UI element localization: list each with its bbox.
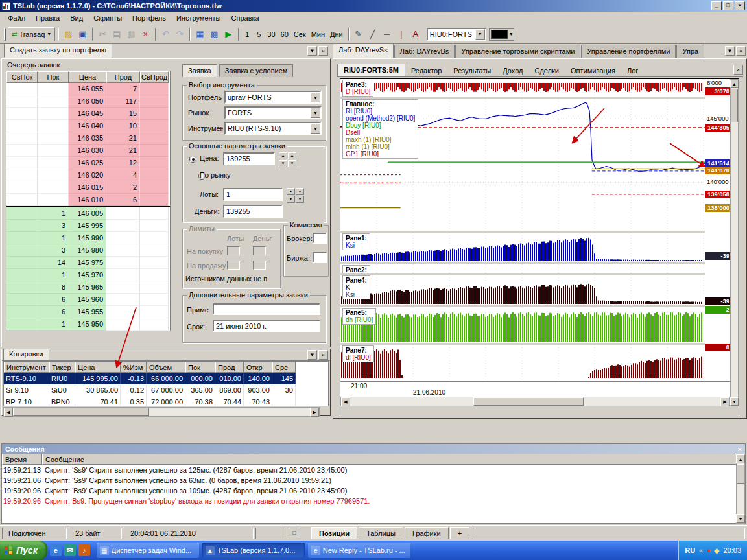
money-input[interactable] [223, 205, 283, 218]
tab-conditional-order[interactable]: Заявка с условием [219, 64, 294, 77]
tab-order[interactable]: Заявка [182, 64, 217, 77]
queue-ask-row[interactable]: 146 04010 [6, 120, 170, 132]
status-tab[interactable]: + [450, 527, 469, 539]
menu-item[interactable]: Портфель [127, 13, 171, 23]
menu-item[interactable]: Файл [3, 13, 30, 23]
panel-menu-icon[interactable]: ▼ [307, 46, 317, 56]
chart-pane-pane1[interactable]: Pane1:Ksi [340, 233, 705, 264]
price-radio[interactable] [189, 156, 196, 163]
queue-ask-row[interactable]: 146 050117 [6, 95, 170, 108]
hline-icon[interactable]: ─ [380, 27, 394, 41]
price-input[interactable] [223, 152, 275, 165]
quotes-row[interactable]: RTS-9.10RIU0145 995.00-0.1366 000.00000.… [4, 373, 328, 384]
queue-bid-row[interactable]: 1145 950 [6, 318, 170, 331]
unit-button[interactable]: Сек [291, 28, 309, 41]
comment-input[interactable] [213, 303, 320, 315]
panel-close-icon[interactable]: × [318, 46, 328, 56]
quotes-column-header[interactable]: Цена [75, 362, 121, 373]
spin-up-icon[interactable]: ▲ [287, 188, 295, 195]
message-row[interactable]: 19:59:21.06Скрипт: 'Ss9' Скрипт выполнен… [2, 475, 745, 485]
queue-bid-row[interactable]: 14145 975 [6, 257, 170, 269]
instrument-combo[interactable]: RIU0:FORTS ▼ [427, 28, 486, 41]
save-icon[interactable]: ▣ [75, 27, 89, 41]
queue-column-header[interactable]: СвПок [6, 71, 38, 83]
quotes-row[interactable]: Si-9.10SiU030 865.00-0.1267 000.00365.00… [4, 384, 328, 396]
messages-vscrollbar[interactable]: ▲ ▼ [736, 454, 745, 524]
status-tab[interactable]: Графики [405, 527, 449, 539]
chart-pane-main[interactable]: Главное:RI [RIU0]opend (Method2) [RIU0]D… [340, 99, 705, 233]
lots-spinner[interactable]: ▲▲▼▼ [287, 188, 304, 203]
quotes-column-header[interactable]: Сре [272, 362, 296, 373]
market-combo[interactable]: FORTS▼ [224, 106, 322, 119]
status-tab[interactable]: Позиции [311, 527, 357, 539]
menu-item[interactable]: Правка [30, 13, 65, 23]
spin-down-icon[interactable]: ▼ [288, 160, 296, 167]
chart-tab[interactable]: Лог [621, 65, 644, 76]
portfolio-combo[interactable]: uprav FORTS▼ [224, 91, 322, 104]
messages-close-icon[interactable]: × [738, 445, 742, 453]
chart-pane-pane7[interactable]: Pane7:dl [RIU0] [340, 345, 705, 381]
scroll-left-icon[interactable]: ◀ [4, 408, 13, 417]
quotes-row[interactable]: BP-7.10BPN070.41-0.3572 000.0070.3870.44… [4, 396, 328, 406]
queue-bid-row[interactable]: 3145 995 [6, 220, 170, 232]
taskbar-task-button[interactable]: eNew Reply - TSLab.ru - ... [308, 542, 410, 558]
queue-ask-row[interactable]: 146 0204 [6, 169, 170, 181]
price-spinner[interactable]: ▲▲▼▼ [279, 152, 296, 167]
scroll-right-icon[interactable]: ▶ [720, 397, 729, 406]
message-row[interactable]: 19:59:20.96Скрипт: 'Bs9' Скрипт выполнен… [2, 485, 745, 496]
quotes-column-header[interactable]: Тикер [49, 362, 75, 373]
quotes-column-header[interactable]: Объем [147, 362, 185, 373]
redo-icon[interactable]: ↷ [172, 27, 187, 41]
messages-time-column[interactable]: Время [2, 454, 42, 465]
media-quick-icon[interactable]: ♪ [78, 544, 90, 556]
chart-hscrollbar[interactable]: ◀ ▶ [340, 397, 730, 406]
quotes-column-header[interactable]: Откр [244, 362, 272, 373]
queue-ask-row[interactable]: 146 03021 [6, 145, 170, 157]
taskbar-clock[interactable]: 20:03 [723, 546, 741, 554]
queue-bid-row[interactable]: 6145 960 [6, 294, 170, 306]
close-button[interactable]: × [735, 1, 745, 10]
scroll-thumb[interactable] [731, 89, 738, 122]
scroll-down-icon[interactable]: ▼ [730, 397, 739, 406]
scroll-left-icon[interactable]: ◀ [341, 397, 350, 406]
portfolio-table-icon[interactable]: ▦ [193, 27, 207, 41]
tab-create-portfolio-order[interactable]: Создать заявку по портфелю [4, 43, 112, 58]
chart-plot[interactable]: Pane3:D [RIU0]Главное:RI [RIU0]opend (Me… [340, 79, 705, 381]
term-input[interactable] [213, 320, 320, 332]
menu-item[interactable]: Инструменты [171, 13, 226, 23]
menu-item[interactable]: Справка [226, 13, 265, 23]
quotes-column-header[interactable]: Прод [215, 362, 244, 373]
spin-down-icon[interactable]: ▼ [296, 196, 304, 203]
queue-bid-row[interactable]: 1145 970 [6, 269, 170, 281]
queue-bid-row[interactable]: 1145 990 [6, 232, 170, 244]
interval-button[interactable]: 1 [241, 28, 253, 41]
language-indicator[interactable]: RU [685, 546, 695, 554]
chart-pane-pane3[interactable]: Pane3:D [RIU0] [340, 79, 705, 99]
queue-column-header[interactable]: Прод [106, 71, 140, 83]
queue-ask-row[interactable]: 146 02512 [6, 157, 170, 169]
taskbar-task-button[interactable]: ▲TSLab (версия 1.1.7.0... [202, 542, 305, 558]
tray-app-icon[interactable]: ◆ [714, 546, 719, 555]
trendline-icon[interactable]: ╱ [366, 27, 380, 41]
text-label-icon[interactable]: A [409, 27, 423, 41]
chart-tab[interactable]: Оптимизация [565, 65, 621, 76]
panel-menu-icon[interactable]: ▼ [307, 350, 317, 360]
color-swatch-button[interactable]: ▼ [489, 28, 514, 41]
queue-bid-row[interactable]: 1146 005 [6, 207, 170, 220]
queue-bid-row[interactable]: 3145 980 [6, 244, 170, 257]
chart-tab[interactable]: RIU0:FORTS:5M [337, 64, 405, 76]
scroll-thumb[interactable] [13, 408, 149, 416]
exchange-input[interactable] [313, 252, 327, 263]
copy-icon[interactable]: ▤ [110, 27, 124, 41]
quotes-hscrollbar[interactable]: ◀ ▶ [3, 407, 320, 417]
mail-quick-icon[interactable]: ✉ [64, 544, 76, 556]
instrument-select-combo[interactable]: RIU0 (RTS-9.10)▼ [224, 122, 322, 135]
spin-up-icon[interactable]: ▲ [296, 188, 304, 195]
chart-pane-pane2[interactable]: Pane2: [340, 264, 705, 275]
transaq-connection-button[interactable]: ⇄ Transaq ▼ [8, 27, 55, 41]
spin-down-icon[interactable]: ▼ [279, 160, 287, 167]
tabgroup-menu-icon[interactable]: ▼ [725, 46, 735, 56]
lots-input[interactable] [223, 188, 283, 201]
interval-button[interactable]: 60 [278, 28, 291, 41]
menu-item[interactable]: Скрипты [88, 13, 127, 23]
